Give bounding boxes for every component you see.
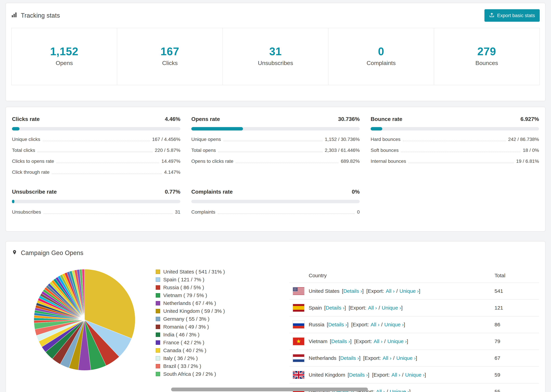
horizontal-scrollbar-thumb[interactable] bbox=[171, 388, 368, 391]
geo-table-row-united-states: United States[Details ›][Export:All ›/Un… bbox=[290, 283, 539, 299]
details-link[interactable]: Details › bbox=[331, 338, 350, 344]
stat-box-opens: 1,152Opens bbox=[12, 28, 117, 85]
stat-label: Complaints bbox=[329, 60, 434, 66]
bracket: ] bbox=[409, 389, 410, 392]
export-basic-stats-button[interactable]: Export basic stats bbox=[484, 9, 540, 22]
export-all-link[interactable]: All › bbox=[371, 322, 380, 327]
bracket: ] bbox=[424, 372, 426, 378]
country-total: 67 bbox=[494, 355, 536, 361]
metric-value: 242 / 86.738% bbox=[508, 137, 539, 142]
stat-value: 31 bbox=[223, 45, 328, 58]
geo-opens-card: Campaign Geo Opens United States ( 541 /… bbox=[6, 241, 545, 392]
details-link[interactable]: Details › bbox=[328, 322, 347, 327]
legend-swatch bbox=[156, 293, 160, 298]
legend-label: Canada ( 40 / 2% ) bbox=[163, 348, 206, 353]
stat-value: 0 bbox=[329, 45, 434, 58]
export-all-link[interactable]: All › bbox=[376, 389, 385, 392]
export-unique-link[interactable]: Unique › bbox=[396, 355, 416, 361]
export-unique-link[interactable]: Unique › bbox=[399, 288, 419, 294]
slash: / bbox=[393, 355, 395, 361]
legend-item-vietnam: Vietnam ( 79 / 5% ) bbox=[156, 291, 267, 299]
rate-section-clicks-rate: Clicks rate4.46%Unique clicks167 / 4.456… bbox=[12, 116, 180, 178]
stats-row: 1,152Opens167Clicks31Unsubscribes0Compla… bbox=[11, 28, 540, 85]
metric-value: 2,303 / 61.446% bbox=[325, 147, 360, 153]
export-button-label: Export basic stats bbox=[497, 13, 535, 18]
dotted-leader bbox=[42, 141, 150, 141]
legend-item-canada: Canada ( 40 / 2% ) bbox=[156, 347, 267, 354]
country-total: 121 bbox=[494, 305, 536, 311]
country-total: 79 bbox=[494, 338, 536, 344]
rate-section-bounce-rate: Bounce rate6.927%Hard bounces242 / 86.73… bbox=[371, 116, 539, 178]
legend-label: Spain ( 121 / 7% ) bbox=[163, 277, 204, 283]
dotted-leader bbox=[401, 152, 520, 152]
export-unique-link[interactable]: Unique › bbox=[384, 322, 404, 327]
bracket: [ bbox=[339, 355, 340, 361]
slash: / bbox=[381, 322, 382, 327]
metric-row-click-through-rate: Click through rate4.147% bbox=[12, 167, 180, 178]
legend-label: Vietnam ( 79 / 5% ) bbox=[163, 293, 207, 298]
details-link[interactable]: Details › bbox=[340, 355, 359, 361]
export-all-link[interactable]: All › bbox=[386, 288, 395, 294]
legend-item-south-africa: South Africa ( 29 / 2% ) bbox=[156, 370, 267, 378]
progress-bar bbox=[191, 200, 360, 203]
geo-opens-header: Campaign Geo Opens bbox=[12, 249, 539, 257]
country-name: United States bbox=[309, 288, 339, 294]
export-unique-link[interactable]: Unique › bbox=[387, 338, 407, 344]
stat-value: 279 bbox=[434, 45, 539, 58]
bracket: ] bbox=[362, 288, 363, 294]
export-all-link[interactable]: All › bbox=[368, 305, 377, 311]
metric-value: 220 / 5.87% bbox=[155, 147, 180, 153]
legend-swatch bbox=[156, 325, 160, 329]
legend-swatch bbox=[156, 356, 160, 361]
export-all-link[interactable]: All › bbox=[391, 372, 400, 378]
metric-row-unique-clicks: Unique clicks167 / 4.456% bbox=[12, 134, 180, 145]
legend-item-italy: Italy ( 36 / 2% ) bbox=[156, 354, 267, 362]
rate-value: 6.927% bbox=[520, 116, 539, 122]
country-name: Netherlands bbox=[309, 355, 336, 361]
progress-bar bbox=[191, 127, 360, 131]
slash: / bbox=[384, 338, 386, 344]
country-name: Russia bbox=[309, 322, 325, 328]
metric-label: Soft bounces bbox=[371, 147, 399, 153]
legend-swatch bbox=[156, 340, 160, 345]
export-unique-link[interactable]: Unique › bbox=[382, 305, 401, 311]
metric-label: Total clicks bbox=[12, 147, 35, 153]
bracket: ] bbox=[419, 288, 420, 294]
metric-row-soft-bounces: Soft bounces18 / 0% bbox=[371, 145, 539, 156]
export-all-link[interactable]: All › bbox=[383, 355, 391, 361]
export-unique-link[interactable]: Unique › bbox=[405, 372, 424, 378]
country-total: 55 bbox=[494, 389, 536, 392]
flag-es-icon bbox=[293, 304, 304, 312]
dotted-leader bbox=[236, 163, 339, 163]
stat-box-clicks: 167Clicks bbox=[117, 28, 222, 85]
bracket: ] bbox=[350, 338, 352, 344]
dotted-leader bbox=[57, 163, 159, 163]
export-icon bbox=[489, 12, 494, 19]
geo-table-row-united-kingdom: United Kingdom[Details ›][Export:All ›/U… bbox=[290, 366, 539, 383]
rate-title: Unsubscribe rate bbox=[12, 189, 57, 195]
export-unique-link[interactable]: Unique › bbox=[390, 389, 409, 392]
legend-swatch bbox=[156, 348, 160, 353]
legend-swatch bbox=[156, 270, 160, 274]
country-total: 59 bbox=[494, 372, 536, 378]
tracking-stats-card: Tracking stats Export basic stats 1,152O… bbox=[6, 3, 545, 101]
details-link[interactable]: Details › bbox=[343, 288, 362, 294]
flag-us-icon bbox=[293, 287, 304, 295]
export-all-link[interactable]: All › bbox=[374, 338, 383, 344]
page-title: Tracking stats bbox=[21, 12, 60, 19]
progress-fill bbox=[371, 127, 382, 131]
metric-value: 18 / 0% bbox=[523, 147, 539, 153]
metric-row-total-opens: Total opens2,303 / 61.446% bbox=[191, 145, 360, 156]
flag-vn-icon bbox=[293, 338, 304, 345]
metric-label: Click through rate bbox=[12, 169, 49, 175]
metric-row-unique-opens: Unique opens1,152 / 30.736% bbox=[191, 134, 360, 145]
stat-box-complaints: 0Complaints bbox=[328, 28, 434, 85]
legend-item-spain: Spain ( 121 / 7% ) bbox=[156, 276, 267, 284]
details-link[interactable]: Details › bbox=[349, 372, 368, 378]
country-name: Spain bbox=[309, 305, 322, 311]
geo-table-row-spain: Spain[Details ›][Export:All ›/Unique ›]1… bbox=[290, 299, 539, 316]
legend-item-netherlands: Netherlands ( 67 / 4% ) bbox=[156, 299, 267, 307]
export-prefix: [Export: bbox=[351, 322, 369, 327]
details-link[interactable]: Details › bbox=[326, 305, 345, 311]
stat-box-unsubscribes: 31Unsubscribes bbox=[222, 28, 328, 85]
